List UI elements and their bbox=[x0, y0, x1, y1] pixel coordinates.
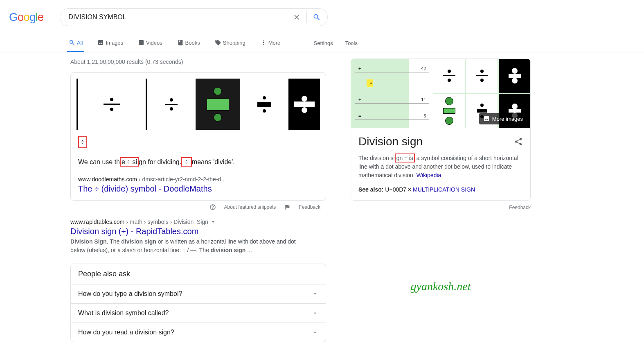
featured-snippet: ÷ We can use the ÷ sign for dividing. ÷ … bbox=[70, 72, 326, 201]
tab-shopping[interactable]: Shopping bbox=[213, 34, 247, 52]
google-logo[interactable]: Google bbox=[9, 11, 43, 24]
search-icon bbox=[69, 39, 75, 46]
search-input[interactable] bbox=[68, 14, 289, 21]
close-icon bbox=[293, 13, 301, 21]
feedback-link[interactable]: Feedback bbox=[299, 204, 320, 210]
featured-thumb[interactable] bbox=[149, 79, 194, 130]
tab-images[interactable]: Images bbox=[96, 34, 125, 52]
image-icon bbox=[483, 115, 490, 122]
chevron-down-icon bbox=[312, 310, 318, 316]
paa-question[interactable]: How do you type a division symbol? bbox=[71, 284, 326, 303]
search-icon bbox=[313, 13, 321, 21]
tab-label: More bbox=[268, 40, 281, 46]
kp-thumb[interactable] bbox=[433, 94, 465, 128]
search-box bbox=[60, 8, 328, 26]
tab-label: Shopping bbox=[223, 40, 245, 46]
tab-books[interactable]: Books bbox=[176, 34, 202, 52]
kp-seealso: See also: U+00D7 × MULTIPLICATION SIGN bbox=[351, 186, 530, 200]
settings-link[interactable]: Settings bbox=[314, 40, 333, 46]
multiplication-sign-link[interactable]: MULTIPLICATION SIGN bbox=[413, 186, 475, 193]
more-vert-icon bbox=[260, 39, 267, 46]
book-icon bbox=[177, 39, 184, 46]
kp-title: Division sign bbox=[358, 135, 423, 148]
result-stats: About 1,21,00,00,000 results (0.73 secon… bbox=[70, 59, 326, 65]
image-icon bbox=[97, 39, 104, 46]
kp-thumb[interactable] bbox=[433, 59, 465, 93]
tab-all[interactable]: All bbox=[67, 34, 84, 52]
paa-question[interactable]: How do you read a division sign? bbox=[71, 323, 326, 342]
watermark: gyankosh.net bbox=[351, 280, 531, 293]
more-images-button[interactable]: More images bbox=[479, 113, 527, 124]
tab-label: Videos bbox=[146, 40, 162, 46]
clear-search-button[interactable] bbox=[289, 10, 304, 25]
featured-thumb[interactable] bbox=[242, 79, 287, 130]
featured-image-row bbox=[71, 73, 326, 130]
paa-question[interactable]: What is division symbol called? bbox=[71, 303, 326, 323]
featured-text: We can use the ÷ sign for dividing. ÷ me… bbox=[78, 157, 318, 167]
chevron-down-icon bbox=[312, 291, 318, 297]
result-url[interactable]: www.rapidtables.com › math › symbols › D… bbox=[70, 219, 326, 225]
featured-thumb[interactable] bbox=[196, 79, 241, 130]
featured-thumb[interactable] bbox=[77, 79, 147, 130]
kp-thumb[interactable] bbox=[466, 59, 498, 93]
flag-icon bbox=[284, 204, 290, 210]
kp-thumb[interactable] bbox=[499, 59, 530, 93]
knowledge-panel: ÷42 ÷ +11 =5 More images bbox=[351, 59, 531, 201]
paa-title: People also ask bbox=[71, 264, 326, 284]
share-icon[interactable] bbox=[514, 137, 523, 146]
help-icon bbox=[209, 204, 216, 210]
featured-url: www.doodlemaths.com › dmsc-article-yr2-n… bbox=[78, 176, 318, 183]
divider bbox=[306, 11, 307, 23]
search-result: www.rapidtables.com › math › symbols › D… bbox=[70, 219, 326, 255]
kp-description: The division sign ÷ is a symbol consisti… bbox=[351, 154, 530, 186]
featured-title-link[interactable]: The ÷ (divide) symbol - DoodleMaths bbox=[78, 184, 318, 194]
tools-link[interactable]: Tools bbox=[345, 40, 358, 46]
video-icon bbox=[138, 39, 144, 46]
wikipedia-link[interactable]: Wikipedia bbox=[417, 172, 441, 178]
chevron-down-icon bbox=[312, 329, 318, 336]
chevron-down-icon[interactable] bbox=[210, 219, 216, 225]
about-snippets-link[interactable]: About featured snippets bbox=[224, 204, 276, 210]
tag-icon bbox=[215, 39, 221, 46]
result-snippet: Division Sign. The division sign or is w… bbox=[70, 237, 299, 255]
tab-label: Books bbox=[185, 40, 200, 46]
tab-more[interactable]: More bbox=[259, 34, 282, 52]
people-also-ask: People also ask How do you type a divisi… bbox=[70, 264, 326, 342]
division-symbol-icon: ÷ bbox=[78, 136, 87, 148]
feedback-link[interactable]: Feedback bbox=[351, 205, 531, 210]
result-title-link[interactable]: Division sign (÷) - RapidTables.com bbox=[70, 227, 326, 236]
featured-thumb[interactable] bbox=[288, 79, 320, 130]
tab-label: All bbox=[77, 40, 83, 46]
tab-label: Images bbox=[106, 40, 123, 46]
kp-image-collage[interactable]: ÷42 ÷ +11 =5 More images bbox=[351, 59, 530, 128]
tab-videos[interactable]: Videos bbox=[136, 34, 164, 52]
search-button[interactable] bbox=[309, 10, 324, 25]
